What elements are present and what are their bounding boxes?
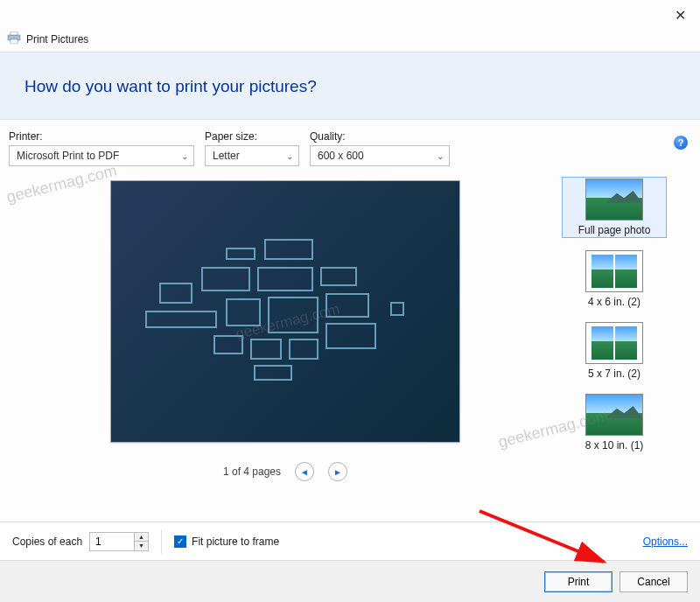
pager-status: 1 of 4 pages xyxy=(223,466,281,478)
help-icon[interactable]: ? xyxy=(674,136,688,150)
print-preview xyxy=(110,180,460,443)
printer-icon xyxy=(7,32,21,46)
printer-field: Printer: Microsoft Print to PDF ⌄ xyxy=(9,130,194,166)
bottom-settings: Copies of each ▲ ▼ ✓ Fit picture to fram… xyxy=(0,522,700,560)
svg-rect-2 xyxy=(10,39,18,44)
paper-size-field: Paper size: Letter ⌄ xyxy=(205,130,299,166)
layout-thumbnail xyxy=(585,178,643,220)
layout-column: Full page photo4 x 6 in. (2)5 x 7 in. (2… xyxy=(562,177,691,481)
next-page-button[interactable]: ► xyxy=(328,462,347,481)
quality-select[interactable]: 600 x 600 ⌄ xyxy=(310,145,450,166)
layout-item[interactable]: Full page photo xyxy=(562,177,667,238)
layout-item[interactable]: 5 x 7 in. (2) xyxy=(562,320,667,382)
quality-label: Quality: xyxy=(310,130,450,143)
layout-label: 5 x 7 in. (2) xyxy=(588,368,640,380)
print-options-row: Printer: Microsoft Print to PDF ⌄ Paper … xyxy=(0,120,700,172)
quality-value: 600 x 600 xyxy=(318,150,364,162)
layout-thumbnail xyxy=(585,322,643,364)
title-bar: Print Pictures xyxy=(0,0,700,52)
header-band: How do you want to print your pictures? xyxy=(0,52,700,120)
chevron-down-icon: ⌄ xyxy=(437,151,444,161)
options-link[interactable]: Options... xyxy=(643,536,688,548)
copies-input[interactable] xyxy=(90,533,134,550)
preview-tiles xyxy=(145,237,425,386)
layout-thumbnail xyxy=(585,250,643,292)
paper-size-value: Letter xyxy=(213,150,240,162)
paper-size-select[interactable]: Letter ⌄ xyxy=(205,145,299,166)
fit-to-frame-checkbox[interactable]: ✓ xyxy=(174,536,186,548)
layout-item[interactable]: 4 x 6 in. (2) xyxy=(562,248,667,310)
print-button[interactable]: Print xyxy=(544,571,612,592)
layout-label: 8 x 10 in. (1) xyxy=(585,439,644,452)
paper-size-label: Paper size: xyxy=(205,130,299,143)
previous-page-button[interactable]: ◄ xyxy=(295,462,314,481)
preview-column: 1 of 4 pages ◄ ► xyxy=(9,177,562,481)
printer-select[interactable]: Microsoft Print to PDF ⌄ xyxy=(9,145,194,166)
quality-field: Quality: 600 x 600 ⌄ xyxy=(310,130,450,166)
layout-label: Full page photo xyxy=(578,224,651,236)
chevron-down-icon: ⌄ xyxy=(181,151,188,161)
layout-list: Full page photo4 x 6 in. (2)5 x 7 in. (2… xyxy=(562,177,667,474)
layout-label: 4 x 6 in. (2) xyxy=(588,296,640,308)
printer-value: Microsoft Print to PDF xyxy=(17,150,119,162)
page-heading: How do you want to print your pictures? xyxy=(24,77,676,96)
close-button[interactable]: ✕ xyxy=(675,7,686,24)
fit-to-frame-label: Fit picture to frame xyxy=(192,536,279,548)
copies-increment[interactable]: ▲ xyxy=(135,533,148,542)
button-bar: Print Cancel xyxy=(0,560,700,602)
copies-decrement[interactable]: ▼ xyxy=(135,542,148,550)
divider xyxy=(161,529,162,554)
copies-spinner: ▲ ▼ xyxy=(89,532,149,551)
copies-label: Copies of each xyxy=(12,536,82,548)
layout-thumbnail xyxy=(585,394,643,436)
layout-item[interactable]: 8 x 10 in. (1) xyxy=(562,392,667,453)
main-area: 1 of 4 pages ◄ ► Full page photo4 x 6 in… xyxy=(0,172,700,481)
chevron-down-icon: ⌄ xyxy=(286,151,293,161)
cancel-button[interactable]: Cancel xyxy=(620,571,688,592)
pager: 1 of 4 pages ◄ ► xyxy=(223,462,347,481)
window-title: Print Pictures xyxy=(26,33,88,46)
printer-label: Printer: xyxy=(9,130,194,143)
svg-rect-1 xyxy=(10,32,18,35)
